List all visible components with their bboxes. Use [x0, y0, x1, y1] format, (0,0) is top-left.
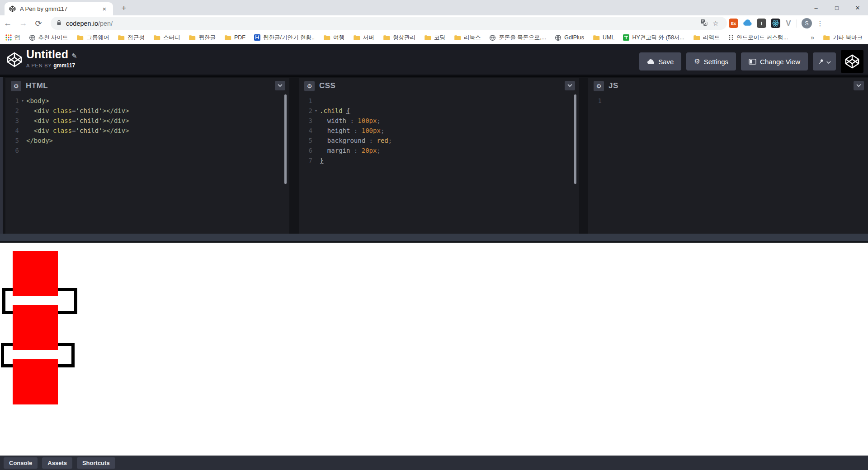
js-panel-label: JS	[609, 81, 618, 90]
bookmark-star-icon[interactable]: ☆	[710, 19, 722, 28]
extension-v-icon[interactable]: V	[785, 19, 792, 28]
globe-icon	[489, 34, 496, 41]
code-text: height : 100px;	[320, 126, 384, 136]
bookmark-item[interactable]: UML	[593, 34, 614, 41]
window-minimize-button[interactable]: –	[806, 0, 826, 15]
settings-label: Settings	[704, 58, 728, 66]
editor-scrollbar[interactable]	[284, 94, 287, 184]
code-line[interactable]: 6 margin : 20px;	[299, 146, 579, 155]
extension-ex-icon[interactable]: Ex	[729, 19, 738, 28]
code-line[interactable]: 4 <div class='child'></div>	[5, 126, 289, 136]
new-tab-button[interactable]: +	[118, 3, 130, 14]
gear-icon[interactable]: ⚙	[594, 81, 604, 91]
collapse-panel-button[interactable]	[565, 81, 575, 90]
red-child-square	[13, 251, 58, 296]
code-text: <div class='child'></div>	[26, 106, 129, 116]
bookmark-item[interactable]: 접근성	[118, 34, 145, 42]
bookmark-label: HY견고딕 外 (58서...	[632, 34, 684, 42]
window-maximize-button[interactable]: □	[826, 0, 847, 15]
edit-pencil-icon[interactable]: ✎	[71, 52, 77, 60]
reload-icon[interactable]: ⟳	[31, 19, 46, 28]
bookmark-item[interactable]: 코딩	[424, 34, 445, 42]
editor-scrollbar[interactable]	[574, 94, 576, 184]
settings-button[interactable]: ⚙ Settings	[686, 52, 736, 70]
code-line[interactable]: 7}	[299, 155, 579, 165]
shortcuts-button[interactable]: Shortcuts	[77, 457, 115, 469]
html-panel-header: ⚙ HTML	[5, 78, 289, 94]
fold-arrow-icon[interactable]: ▾	[19, 96, 26, 106]
fold-arrow-icon[interactable]: ▾	[312, 106, 320, 116]
translate-icon[interactable]	[698, 19, 710, 28]
profile-avatar[interactable]: S	[802, 18, 812, 28]
bookmark-item[interactable]: 스터디	[153, 34, 180, 42]
code-line[interactable]: 1▾<body>	[5, 96, 289, 106]
bookmark-item[interactable]: 그룹웨어	[76, 34, 109, 42]
code-line[interactable]: 4 height : 100px;	[299, 126, 579, 136]
editor-preview-divider[interactable]	[0, 234, 868, 243]
code-text: margin : 20px;	[320, 146, 381, 155]
code-line[interactable]: 3 <div class='child'></div>	[5, 116, 289, 126]
code-text: <body>	[26, 96, 49, 106]
html-code-editor[interactable]: 1▾<body>2 <div class='child'></div>3 <di…	[5, 96, 289, 155]
tab-close-icon[interactable]: ×	[100, 5, 108, 13]
bookmark-label: 형상관리	[393, 34, 415, 42]
js-panel-header: ⚙ JS	[588, 78, 868, 94]
code-line[interactable]: 3 width : 100px;	[299, 116, 579, 126]
save-button[interactable]: Save	[639, 52, 681, 70]
bookmarks-overflow-icon[interactable]: »	[807, 34, 818, 41]
codepen-header: Untitled✎ A PEN BY gmm117 Save ⚙ Setting…	[0, 44, 868, 76]
bookmark-item[interactable]: 앱	[5, 34, 20, 42]
pen-author[interactable]: gmm117	[53, 62, 75, 69]
code-line[interactable]: 1	[588, 96, 868, 106]
folder-icon	[454, 34, 461, 41]
js-code-editor[interactable]: 1	[588, 96, 868, 106]
gear-icon[interactable]: ⚙	[304, 81, 315, 91]
code-line[interactable]: 1	[299, 96, 579, 106]
bookmark-item[interactable]: 웹한글/기안기 현황..	[254, 34, 315, 42]
bookmark-item[interactable]: 서버	[353, 34, 374, 42]
browser-tab-strip: A Pen by gmm117 × + – □ ✕	[0, 0, 868, 15]
codepen-logo-icon[interactable]	[6, 51, 23, 70]
browser-menu-icon[interactable]: ⋮	[816, 19, 824, 28]
address-bar[interactable]: codepen.io/pen/ ☆	[51, 17, 727, 30]
collapse-panel-button[interactable]	[275, 81, 285, 90]
bookmark-item[interactable]: HY견고딕 外 (58서...	[623, 34, 684, 42]
code-line[interactable]: 6	[5, 146, 289, 155]
change-view-button[interactable]: Change View	[741, 52, 808, 70]
bookmark-item[interactable]: 여행	[323, 34, 344, 42]
bookmark-item[interactable]: GdiPlus	[555, 34, 584, 41]
code-line[interactable]: 2 <div class='child'></div>	[5, 106, 289, 116]
bookmark-item[interactable]: 푼돈을 목돈으로,...	[489, 34, 546, 42]
pin-button[interactable]	[813, 52, 836, 70]
extension-info-icon[interactable]: I	[757, 19, 766, 28]
bookmark-item[interactable]: 리액트	[693, 34, 720, 42]
bookmark-item[interactable]: 형상관리	[383, 34, 415, 42]
other-bookmarks-folder[interactable]: 기타 북마크	[823, 34, 863, 42]
gear-icon[interactable]: ⚙	[11, 81, 21, 91]
browser-tab[interactable]: A Pen by gmm117 ×	[5, 2, 113, 15]
user-avatar[interactable]	[841, 50, 863, 73]
extension-react-icon[interactable]	[771, 19, 780, 28]
extension-cloud-icon[interactable]	[743, 19, 752, 28]
window-close-button[interactable]: ✕	[847, 0, 868, 15]
css-code-editor[interactable]: 12▾.child {3 width : 100px;4 height : 10…	[299, 96, 579, 165]
fold-spacer	[19, 126, 26, 136]
code-line[interactable]: 5 background : red;	[299, 136, 579, 146]
console-button[interactable]: Console	[4, 457, 38, 469]
bookmark-item[interactable]: PDF	[224, 34, 245, 41]
code-line[interactable]: 5</body>	[5, 136, 289, 146]
bookmark-label: 앱	[14, 34, 20, 42]
assets-button[interactable]: Assets	[42, 457, 72, 469]
forward-icon[interactable]: →	[15, 19, 31, 28]
bookmark-label: 접근성	[127, 34, 145, 42]
bookmark-item[interactable]: 안드로이드 커스텀...	[728, 34, 788, 42]
back-icon[interactable]: ←	[0, 19, 15, 28]
bookmark-item[interactable]: 추천 사이트	[29, 34, 68, 42]
bookmark-item[interactable]: 리눅스	[454, 34, 481, 42]
fold-spacer	[312, 96, 320, 106]
bookmark-label: 웹한글	[198, 34, 216, 42]
bookmark-item[interactable]: 웹한글	[189, 34, 216, 42]
collapse-panel-button[interactable]	[854, 81, 864, 90]
editor-resize-gutter[interactable]	[0, 77, 3, 234]
code-line[interactable]: 2▾.child {	[299, 106, 579, 116]
